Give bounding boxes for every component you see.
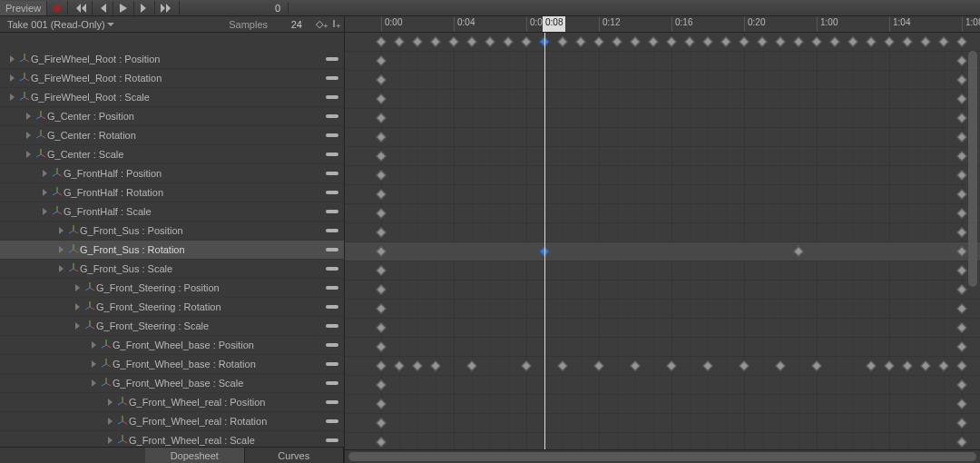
expand-arrow-icon[interactable] xyxy=(24,132,34,139)
property-track[interactable] xyxy=(345,357,980,376)
keyframe-diamond[interactable] xyxy=(575,36,585,46)
options-menu-icon[interactable] xyxy=(326,419,338,423)
keyframe-diamond[interactable] xyxy=(956,379,966,389)
keyframe-diamond[interactable] xyxy=(376,74,386,84)
property-track[interactable] xyxy=(345,223,980,242)
expand-arrow-icon[interactable] xyxy=(73,284,83,291)
keyframe-diamond[interactable] xyxy=(376,399,386,409)
property-track[interactable] xyxy=(345,90,980,109)
property-row[interactable]: G_FireWheel_Root : Scale xyxy=(0,88,344,107)
options-menu-icon[interactable] xyxy=(326,248,338,251)
expand-arrow-icon[interactable] xyxy=(105,437,116,444)
keyframe-diamond[interactable] xyxy=(376,303,386,313)
property-track[interactable] xyxy=(345,261,980,281)
property-track[interactable] xyxy=(345,300,980,319)
go-to-start-button[interactable] xyxy=(68,1,93,15)
keyframe-diamond[interactable] xyxy=(430,36,440,46)
keyframe-diamond[interactable] xyxy=(376,322,386,332)
keyframe-diamond[interactable] xyxy=(956,36,966,46)
property-row[interactable]: G_Front_Wheel_base : Scale xyxy=(0,374,344,393)
property-row[interactable]: G_Front_Steering : Scale xyxy=(0,317,344,336)
property-track[interactable] xyxy=(345,376,980,395)
property-row[interactable]: G_Front_Sus : Scale xyxy=(0,260,344,279)
property-track[interactable] xyxy=(345,204,980,223)
tab-dopesheet[interactable]: Dopesheet xyxy=(145,448,245,463)
keyframe-diamond[interactable] xyxy=(775,36,785,46)
keyframe-diamond[interactable] xyxy=(956,322,966,332)
options-menu-icon[interactable] xyxy=(326,343,338,347)
keyframe-diamond[interactable] xyxy=(684,36,694,46)
keyframe-diamond[interactable] xyxy=(920,36,930,46)
options-menu-icon[interactable] xyxy=(326,76,338,80)
expand-arrow-icon[interactable] xyxy=(24,151,34,158)
keyframe-diamond[interactable] xyxy=(612,36,622,46)
options-menu-icon[interactable] xyxy=(326,305,338,309)
property-row[interactable]: G_Front_Steering : Rotation xyxy=(0,298,344,317)
property-row[interactable]: G_Front_Wheel_base : Position xyxy=(0,336,344,355)
keyframe-diamond[interactable] xyxy=(956,303,966,313)
property-row[interactable]: G_Front_Wheel_real : Position xyxy=(0,393,344,412)
keyframe-diamond[interactable] xyxy=(866,360,876,370)
add-keyframe-button[interactable]: ◇₊ xyxy=(315,18,329,30)
clip-name[interactable]: Take 001 (Read-Only) xyxy=(7,19,105,30)
options-menu-icon[interactable] xyxy=(326,438,338,442)
keyframe-diamond[interactable] xyxy=(376,113,386,123)
dopesheet-timeline[interactable] xyxy=(345,33,980,449)
keyframe-diamond[interactable] xyxy=(412,360,422,370)
keyframe-diamond[interactable] xyxy=(956,132,966,142)
expand-arrow-icon[interactable] xyxy=(89,341,100,349)
keyframe-diamond[interactable] xyxy=(466,360,476,370)
keyframe-diamond[interactable] xyxy=(956,360,966,370)
expand-arrow-icon[interactable] xyxy=(40,170,51,177)
keyframe-diamond[interactable] xyxy=(430,360,440,370)
options-menu-icon[interactable] xyxy=(326,114,338,118)
property-track[interactable] xyxy=(345,338,980,357)
expand-arrow-icon[interactable] xyxy=(56,227,67,234)
keyframe-diamond[interactable] xyxy=(956,74,966,84)
keyframe-diamond[interactable] xyxy=(485,36,495,46)
keyframe-diamond[interactable] xyxy=(793,36,803,46)
keyframe-diamond[interactable] xyxy=(956,189,966,199)
keyframe-diamond[interactable] xyxy=(956,246,966,256)
keyframe-diamond[interactable] xyxy=(521,360,531,370)
keyframe-diamond[interactable] xyxy=(956,208,966,218)
options-menu-icon[interactable] xyxy=(326,57,338,61)
clip-dropdown-icon[interactable] xyxy=(107,19,114,30)
keyframe-diamond[interactable] xyxy=(376,55,386,65)
keyframe-diamond[interactable] xyxy=(376,151,386,161)
options-menu-icon[interactable] xyxy=(326,362,338,366)
keyframe-diamond[interactable] xyxy=(376,189,386,199)
keyframe-diamond[interactable] xyxy=(956,418,966,428)
keyframe-diamond[interactable] xyxy=(376,132,386,142)
expand-arrow-icon[interactable] xyxy=(7,55,18,63)
keyframe-diamond[interactable] xyxy=(448,36,458,46)
keyframe-diamond[interactable] xyxy=(739,360,749,370)
expand-arrow-icon[interactable] xyxy=(73,303,83,310)
keyframe-diamond[interactable] xyxy=(557,36,567,46)
keyframe-diamond[interactable] xyxy=(811,36,821,46)
keyframe-diamond[interactable] xyxy=(648,36,658,46)
options-menu-icon[interactable] xyxy=(326,153,338,156)
options-menu-icon[interactable] xyxy=(326,381,338,385)
property-row[interactable]: G_FrontHalf : Position xyxy=(0,164,344,183)
scrollbar-thumb[interactable] xyxy=(348,452,976,461)
keyframe-diamond[interactable] xyxy=(956,437,966,447)
property-track[interactable] xyxy=(345,319,980,338)
keyframe-diamond[interactable] xyxy=(376,265,386,275)
keyframe-diamond[interactable] xyxy=(956,284,966,294)
keyframe-diamond[interactable] xyxy=(956,399,966,409)
playhead[interactable] xyxy=(544,33,545,449)
property-track[interactable] xyxy=(345,128,980,147)
keyframe-diamond[interactable] xyxy=(593,36,603,46)
keyframe-diamond[interactable] xyxy=(412,36,422,46)
keyframe-diamond[interactable] xyxy=(376,94,386,103)
property-track[interactable] xyxy=(345,147,980,166)
keyframe-diamond[interactable] xyxy=(920,360,930,370)
expand-arrow-icon[interactable] xyxy=(56,265,67,272)
property-row[interactable]: G_Front_Steering : Position xyxy=(0,279,344,298)
keyframe-diamond[interactable] xyxy=(557,360,567,370)
keyframe-diamond[interactable] xyxy=(938,360,948,370)
add-event-button[interactable]: I₊ xyxy=(329,18,344,30)
keyframe-diamond[interactable] xyxy=(376,227,386,237)
property-track[interactable] xyxy=(345,242,980,261)
